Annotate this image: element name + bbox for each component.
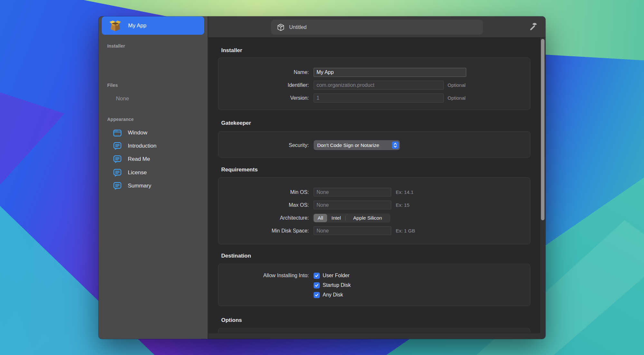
document-title: Untitled — [289, 24, 307, 30]
section-title-options: Options — [221, 317, 242, 323]
security-popup-button[interactable]: Don't Code Sign or Notarize — [314, 140, 400, 150]
sidebar: Installer My App Files None Appearance — [99, 16, 208, 339]
sidebar-item-label: License — [128, 169, 147, 176]
name-input[interactable] — [314, 68, 466, 77]
checkbox-label: Any Disk — [323, 292, 343, 298]
max-os-label: Max OS: — [218, 201, 309, 210]
identifier-label: Identifier: — [218, 81, 309, 90]
gatekeeper-panel: Security: Don't Code Sign or Notarize — [218, 131, 530, 158]
architecture-segment-apple-silicon[interactable]: Apple Silicon — [346, 214, 390, 222]
speech-bubble-icon — [113, 182, 122, 190]
sidebar-item-label: Summary — [128, 183, 151, 189]
identifier-optional-note: Optional — [448, 81, 466, 90]
security-popup-value: Don't Code Sign or Notarize — [317, 142, 392, 148]
vertical-scrollbar-thumb[interactable] — [541, 39, 545, 220]
allow-installing-into-label: Allow Installing Into: — [218, 272, 309, 279]
checkbox-row-startup-disk[interactable]: Startup Disk — [314, 282, 351, 288]
version-input[interactable] — [314, 94, 444, 103]
sidebar-section-appearance: Appearance — [107, 117, 134, 122]
identifier-input[interactable] — [314, 81, 444, 90]
sidebar-section-installer: Installer — [107, 43, 125, 49]
min-os-input[interactable] — [314, 188, 391, 196]
checkbox-checked-icon[interactable] — [314, 273, 320, 279]
sidebar-item-introduction[interactable]: Introduction — [102, 140, 204, 152]
min-disk-space-label: Min Disk Space: — [218, 226, 309, 235]
max-os-input[interactable] — [314, 201, 391, 209]
checkbox-row-any-disk[interactable]: Any Disk — [314, 292, 343, 298]
speech-bubble-icon — [113, 155, 122, 164]
speech-bubble-icon — [113, 142, 122, 150]
sidebar-item-read-me[interactable]: Read Me — [102, 153, 204, 165]
sidebar-item-window[interactable]: Window — [102, 127, 204, 139]
min-disk-space-hint: Ex: 1 GB — [396, 226, 415, 235]
version-optional-note: Optional — [448, 94, 466, 103]
sidebar-item-label: Read Me — [128, 156, 150, 162]
sidebar-item-label: My App — [128, 23, 147, 29]
sidebar-item-license[interactable]: License — [102, 167, 204, 178]
content-area: Untitled Installer Name: Identifier: — [208, 16, 545, 339]
sidebar-files-empty: None — [116, 96, 129, 102]
section-title-installer: Installer — [221, 47, 242, 54]
sidebar-item-my-app[interactable]: My App — [102, 16, 204, 35]
window-icon — [113, 129, 122, 137]
section-title-destination: Destination — [221, 253, 251, 259]
sidebar-item-label: Window — [128, 130, 147, 136]
architecture-segment-intel[interactable]: Intel — [327, 214, 345, 222]
installer-panel: Name: Identifier: Optional Version: Opti… — [218, 58, 530, 110]
app-window: Installer My App Files None Appearance — [99, 16, 545, 339]
max-os-hint: Ex: 15 — [396, 201, 410, 210]
build-button[interactable] — [527, 22, 538, 32]
checkbox-checked-icon[interactable] — [314, 282, 320, 288]
requirements-panel: Min OS: Ex: 14.1 Max OS: Ex: 15 Architec… — [218, 177, 530, 244]
version-label: Version: — [218, 94, 309, 103]
cube-icon — [277, 23, 285, 32]
section-title-gatekeeper: Gatekeeper — [221, 120, 251, 126]
min-os-hint: Ex: 14.1 — [396, 188, 413, 197]
document-title-field[interactable]: Untitled — [271, 20, 483, 35]
architecture-segment-all[interactable]: All — [314, 214, 327, 222]
sidebar-item-summary[interactable]: Summary — [102, 180, 204, 192]
speech-bubble-icon — [113, 168, 122, 177]
popup-chevrons-icon — [392, 141, 399, 149]
architecture-label: Architecture: — [218, 213, 309, 223]
checkbox-checked-icon[interactable] — [314, 292, 320, 298]
settings-scroll-view: Installer Name: Identifier: Optional Ver… — [208, 38, 540, 333]
destination-panel: Allow Installing Into: User Folder Start… — [218, 264, 530, 306]
checkbox-row-user-folder[interactable]: User Folder — [314, 272, 350, 279]
options-panel — [218, 328, 530, 333]
security-label: Security: — [218, 140, 309, 150]
min-os-label: Min OS: — [218, 188, 309, 197]
sidebar-section-files: Files — [107, 83, 118, 88]
name-label: Name: — [218, 68, 309, 77]
checkbox-label: Startup Disk — [323, 282, 351, 288]
hammer-icon — [528, 23, 537, 32]
min-disk-space-input[interactable] — [314, 226, 391, 235]
section-title-requirements: Requirements — [221, 167, 258, 173]
architecture-segmented-control: All Intel Apple Silicon — [313, 213, 391, 223]
sidebar-item-label: Introduction — [128, 143, 156, 149]
checkbox-label: User Folder — [323, 273, 350, 278]
package-icon — [109, 20, 122, 32]
toolbar: Untitled — [208, 16, 545, 38]
